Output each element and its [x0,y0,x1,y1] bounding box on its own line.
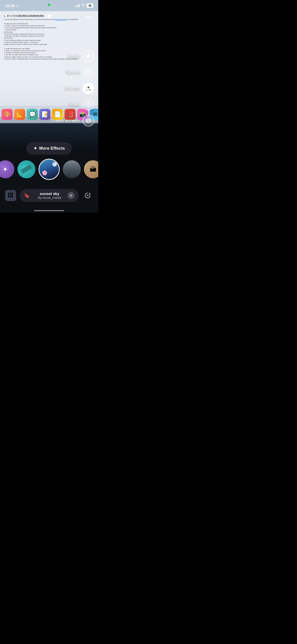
status-time: 15:08 [5,4,15,8]
effect-thumb-teal[interactable] [17,160,36,178]
effects-carousel: ✦ 🌸 🏔 [0,159,98,180]
menu-item-audio[interactable]: Audio [51,50,94,62]
timer-icon [83,99,94,110]
effect-thumb-road[interactable] [63,160,81,178]
flash-icon[interactable] [46,13,53,21]
dock-icon-3: 💬 [27,109,38,120]
more-options-button[interactable]: ••• [84,13,93,22]
menu-item-effects[interactable]: Effects [51,83,94,94]
side-menu: Audio Speed Effects [51,50,94,126]
greenscreen-icon [83,115,94,126]
nav-docs[interactable]: ◀ Docs [4,13,17,18]
dock-icon-1: 🎨 [2,109,13,120]
speed-label: Speed [66,70,80,75]
dock-icon-2: 📐 [14,109,25,120]
audio-label: Audio [67,54,80,59]
menu-item-timer[interactable]: Timer [51,99,94,110]
svg-rect-12 [87,120,90,122]
effect-author: By kunal_maida [31,196,68,200]
gallery-icon: 🖼 [8,192,13,199]
flip-camera-button[interactable] [82,190,93,201]
menu-item-speed[interactable]: Speed [51,67,94,78]
gallery-button[interactable]: 🖼 [5,190,16,201]
status-right: 42 [75,4,93,8]
svg-point-14 [87,195,88,196]
effect-thumb-plus[interactable]: ✦ [0,160,14,178]
effect-thumb-photo[interactable]: 🏔 [84,160,98,178]
nav-label: Docs [8,13,17,18]
effects-label: Effects [64,86,80,91]
audio-icon [83,50,94,62]
effect-thumb-sky[interactable]: 🌸 [39,159,60,180]
timer-label: Timer [67,102,80,107]
menu-item-greenscreen[interactable]: Green screen [51,115,94,126]
speed-icon [83,67,94,78]
home-indicator [34,210,64,211]
signal-icon [75,4,80,7]
svg-point-10 [88,105,89,106]
effect-name: sunset sky [31,191,68,196]
battery-icon: 42 [87,4,93,8]
bottom-bar: 🖼 🔖 sunset sky By kunal_maida ✕ [0,189,98,202]
close-button[interactable]: ✕ [68,192,75,199]
location-icon: ➤ [16,4,19,8]
bookmark-button[interactable]: 🔖 [24,192,30,199]
wifi-icon [81,4,85,8]
effects-icon [83,83,94,94]
effect-name-container: sunset sky By kunal_maida [31,191,68,200]
effect-info-pill: 🔖 sunset sky By kunal_maida ✕ [20,189,79,202]
recording-indicator [48,4,50,6]
sparkle-icon: ✦ [33,146,37,151]
more-effects-label: More Effects [39,146,65,151]
svg-point-13 [87,120,88,121]
more-effects-button[interactable]: ✦ More Effects [26,142,72,155]
nav-back-arrow: ◀ [4,13,7,18]
dock-icon-4: 📝 [39,109,50,120]
greenscreen-label: Green screen [51,118,80,123]
